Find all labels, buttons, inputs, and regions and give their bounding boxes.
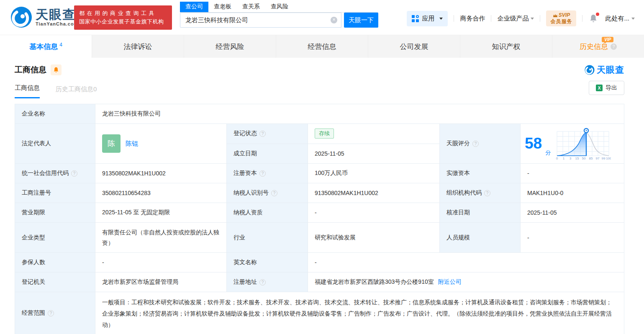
table-row: 营业期限 2025-11-05 至 无固定期限 纳税人资质 - 核准日期 202… xyxy=(15,203,624,223)
tab-company-development[interactable]: 公司发展 xyxy=(368,35,460,58)
search-area: 查公司 查老板 查关系 查风险 × 天眼一下 xyxy=(180,2,378,28)
staff-size-label: 人员规模 xyxy=(440,223,521,252)
insured-count-value: - xyxy=(95,253,227,272)
help-icon[interactable]: ? xyxy=(259,170,266,177)
notification-dot xyxy=(596,13,599,16)
subtab-business-info[interactable]: 工商信息 xyxy=(15,84,40,98)
table-row: 法定代表人 陈 陈锟 登记状态 ? 存续 成立日期 xyxy=(15,124,624,164)
section-title: 工商信息 xyxy=(15,64,46,75)
taxpayer-quality-label: 纳税人资质 xyxy=(227,203,308,222)
help-icon[interactable]: ? xyxy=(71,170,77,177)
table-row: 企业名称 龙岩三快科技有限公司 xyxy=(15,104,624,124)
svg-text:1: 1 xyxy=(563,157,565,160)
tianyancha-swirl-icon xyxy=(585,65,595,75)
search-tab-risk[interactable]: 查风险 xyxy=(265,2,294,12)
chevron-down-icon xyxy=(439,18,443,20)
paid-capital-value: - xyxy=(521,164,624,183)
tab-intellectual-property[interactable]: 知识产权 xyxy=(460,35,552,58)
help-icon[interactable]: ? xyxy=(484,190,490,196)
status-badge: 存续 xyxy=(315,128,334,139)
tab-operation-risk[interactable]: 经营风险 xyxy=(184,35,276,58)
credit-code-label: 统一社会信用代码 xyxy=(22,170,69,177)
clear-search-icon[interactable]: × xyxy=(331,17,337,23)
promo-banner: 都在用的商业查询工具 国家中小企业发展子基金旗下机构 xyxy=(74,5,172,30)
excel-icon: X xyxy=(596,85,603,91)
banner-line1: 都在用的商业查询工具 xyxy=(79,9,167,18)
notifications-bell-icon[interactable] xyxy=(589,14,598,23)
tab-basic-info[interactable]: 基本信息 4 xyxy=(0,35,92,58)
reg-authority-label: 登记机关 xyxy=(15,272,95,292)
business-scope-label: 经营范围 xyxy=(22,309,45,317)
english-name-label: 英文名称 xyxy=(227,253,308,272)
business-term-label: 营业期限 xyxy=(15,203,95,222)
export-button[interactable]: X 导出 xyxy=(589,81,624,95)
legal-rep-avatar[interactable]: 陈 xyxy=(102,134,121,153)
monitor-bell-icon[interactable] xyxy=(51,64,62,75)
svip-member-badge[interactable]: SVIP 会员服务 xyxy=(546,10,576,26)
tab-history-info[interactable]: VIP 历史信息 ? xyxy=(552,35,644,58)
tianyancha-logo[interactable]: 天眼查 TianYanCha.com xyxy=(10,6,78,28)
reg-authority-value: 龙岩市新罗区市场监督管理局 xyxy=(95,272,227,292)
help-icon[interactable]: ? xyxy=(472,141,479,147)
reg-status-label: 登记状态 xyxy=(233,130,257,137)
reg-capital-label: 注册资本 xyxy=(233,170,257,177)
crown-icon xyxy=(553,13,558,18)
legal-rep-name-link[interactable]: 陈锟 xyxy=(126,140,138,148)
staff-size-value: - xyxy=(521,223,624,252)
help-icon[interactable]: ? xyxy=(48,310,54,316)
search-button[interactable]: 天眼一下 xyxy=(344,13,378,28)
member-service-label: 会员服务 xyxy=(550,18,572,25)
nearby-companies-link[interactable]: 附近公司 xyxy=(438,278,462,286)
company-name-label: 企业名称 xyxy=(15,104,95,123)
table-row: 企业类型 有限责任公司（非自然人投资或控股的法人独资） 行业 研究和试验发展 人… xyxy=(15,223,624,253)
basic-info-count: 4 xyxy=(59,42,62,48)
search-tab-boss[interactable]: 查老板 xyxy=(208,2,237,12)
english-name-value: - xyxy=(308,253,624,272)
business-scope-value: 一般项目：工程和技术研究和试验发展；软件开发；技术服务、技术开发、技术咨询、技术… xyxy=(95,292,624,334)
business-cooperation-link[interactable]: 商务合作 xyxy=(460,15,485,23)
company-name-value: 龙岩三快科技有限公司 xyxy=(95,104,624,123)
user-menu[interactable]: 此处有... xyxy=(605,15,635,23)
tianyan-score-cell[interactable]: 58 分 xyxy=(521,124,624,163)
table-row: 统一社会信用代码 ? 91350802MAK1H1U002 注册资本 ? 100… xyxy=(15,164,624,183)
approval-date-label: 核准日期 xyxy=(440,203,521,222)
table-row: 经营范围 ? 一般项目：工程和技术研究和试验发展；软件开发；技术服务、技术开发、… xyxy=(15,292,624,334)
business-term-value: 2025-11-05 至 无固定期限 xyxy=(95,203,227,222)
establish-date-label: 成立日期 xyxy=(233,150,257,157)
svg-text:100: 100 xyxy=(606,157,611,160)
tab-operation-info[interactable]: 经营信息 xyxy=(276,35,368,58)
search-tab-company[interactable]: 查公司 xyxy=(180,2,208,12)
enterprise-products-link[interactable]: 企业级产品 xyxy=(497,15,534,23)
tab-legal-litigation[interactable]: 法律诉讼 xyxy=(92,35,184,58)
main-content: 工商信息 天眼查 工商信息 历史工商信息0 X 导出 企业名称 xyxy=(0,58,644,334)
org-code-label: 组织机构代码 xyxy=(446,189,482,197)
industry-value: 研究和试验发展 xyxy=(308,223,440,252)
subtab-history-business-info[interactable]: 历史工商信息0 xyxy=(56,85,97,98)
help-icon[interactable]: ? xyxy=(271,190,277,196)
help-icon[interactable]: ? xyxy=(259,131,266,137)
svg-text:15: 15 xyxy=(575,157,579,160)
svg-text:0: 0 xyxy=(556,157,558,160)
search-tab-relation[interactable]: 查关系 xyxy=(237,2,265,12)
apps-menu-button[interactable]: 应用 xyxy=(407,11,448,26)
search-input[interactable] xyxy=(180,13,341,28)
banner-line2: 国家中小企业发展子基金旗下机构 xyxy=(79,18,167,26)
score-distribution-chart: 0 1 3 15 50 85 97 99 100 xyxy=(555,127,611,160)
reg-address-value: 福建省龙岩市新罗区西陂路303号办公楼910室 xyxy=(315,278,434,286)
reg-number-value: 350802110654283 xyxy=(95,183,227,203)
brand-domain: TianYanCha.com xyxy=(36,21,78,26)
table-row: 工商注册号 350802110654283 纳税人识别号 ? 91350802M… xyxy=(15,183,624,203)
user-name: 此处有... xyxy=(605,15,629,23)
tianyancha-watermark: 天眼查 xyxy=(585,64,624,76)
help-icon[interactable]: ? xyxy=(259,279,266,285)
svg-text:85: 85 xyxy=(589,157,593,160)
chevron-down-icon xyxy=(631,18,635,20)
table-row: 参保人数 - 英文名称 - xyxy=(15,253,624,272)
reg-number-label: 工商注册号 xyxy=(15,183,95,203)
apps-grid-icon xyxy=(412,15,419,22)
svg-text:99: 99 xyxy=(602,157,606,160)
help-icon[interactable]: ? xyxy=(611,44,617,50)
tianyan-score-label: 天眼评分 xyxy=(446,140,470,147)
tianyancha-swirl-icon xyxy=(10,6,32,28)
score-unit: 分 xyxy=(545,149,551,157)
